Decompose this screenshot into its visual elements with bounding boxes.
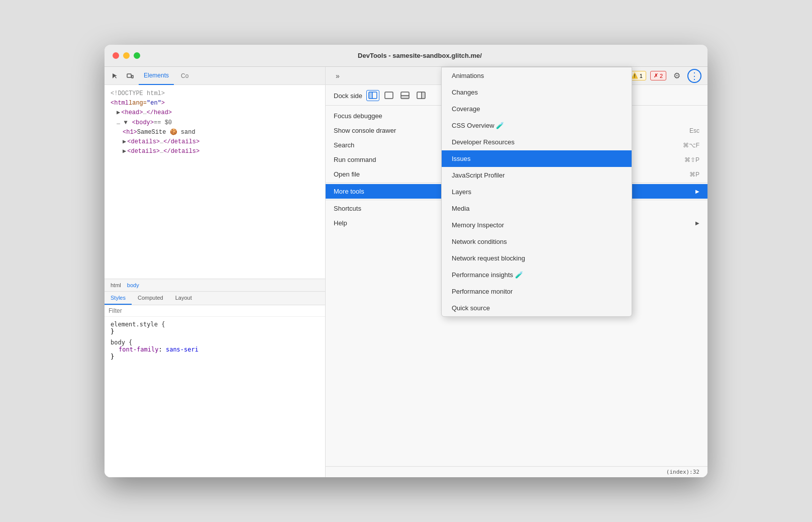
dock-bottom-button[interactable]: [398, 90, 412, 101]
dock-side-label: Dock side: [334, 92, 362, 100]
html-line-details2: ▶ <details>…</details>: [111, 147, 319, 156]
dropdown-animations[interactable]: Animations: [442, 67, 632, 84]
tab-layout[interactable]: Layout: [169, 292, 198, 305]
html-viewer: <!DOCTYPE html> <html lang="en"> ▶ <head…: [105, 85, 325, 279]
close-button[interactable]: [113, 52, 119, 59]
html-line-details1: ▶ <details>…</details>: [111, 137, 319, 147]
tab-computed[interactable]: Computed: [132, 292, 169, 305]
html-line-doctype: <!DOCTYPE html>: [111, 89, 319, 99]
html-line-h1: <h1>SameSite 🍪 sand: [111, 128, 319, 137]
more-tools-arrow: ▶: [695, 189, 699, 194]
tab-elements[interactable]: Elements: [139, 67, 174, 85]
warning-count: 1: [640, 73, 643, 79]
css-body-selector: body {: [111, 339, 319, 346]
breadcrumb-body[interactable]: body: [125, 281, 141, 289]
help-arrow: ▶: [695, 220, 699, 226]
dropdown-perf-insights[interactable]: Performance insights 🧪: [442, 267, 632, 283]
svg-rect-1: [132, 75, 133, 78]
filter-input[interactable]: [109, 307, 321, 314]
error-icon: ✗: [654, 72, 658, 79]
tabs-bar: Elements Co: [105, 67, 325, 85]
dropdown-perf-monitor[interactable]: Performance monitor: [442, 283, 632, 300]
dropdown-network-request-blocking[interactable]: Network request blocking: [442, 250, 632, 267]
html-line-html: <html lang="en">: [111, 99, 319, 108]
dock-undock-button[interactable]: [382, 90, 395, 101]
error-count: 2: [660, 73, 663, 79]
dropdown-changes[interactable]: Changes: [442, 84, 632, 101]
dropdown-js-profiler[interactable]: JavaScript Profiler: [442, 167, 632, 184]
window-title: DevTools - samesite-sandbox.glitch.me/: [140, 52, 699, 59]
html-line-head: ▶ <head>…</head>: [111, 108, 319, 118]
more-icon: ⋮: [690, 70, 699, 81]
css-selector: element.style {: [111, 321, 319, 328]
css-rule-body: body { font-family: sans-seri }: [111, 339, 319, 360]
minimize-button[interactable]: [123, 52, 130, 59]
svg-rect-11: [422, 92, 425, 99]
svg-rect-3: [369, 92, 372, 99]
maximize-button[interactable]: [134, 52, 140, 59]
dock-buttons: [366, 90, 428, 101]
css-close: }: [111, 328, 319, 335]
tab-styles[interactable]: Styles: [105, 292, 132, 305]
gear-icon: ⚙: [673, 71, 680, 80]
dock-right-button[interactable]: [415, 90, 428, 101]
devtools-window: DevTools - samesite-sandbox.glitch.me/: [105, 45, 707, 477]
svg-rect-5: [385, 92, 393, 99]
svg-rect-8: [401, 96, 409, 99]
more-tools-dropdown[interactable]: Animations Changes Coverage CSS Overview…: [441, 67, 632, 317]
dropdown-layers[interactable]: Layers: [442, 184, 632, 200]
html-line-body: … ▼ <body> == $0: [111, 118, 319, 128]
settings-button[interactable]: ⚙: [670, 69, 683, 82]
css-body-close: }: [111, 353, 319, 360]
dropdown-quick-source[interactable]: Quick source: [442, 300, 632, 316]
dropdown-coverage[interactable]: Coverage: [442, 101, 632, 117]
error-badge[interactable]: ✗ 2: [650, 71, 666, 80]
more-tabs-chevron[interactable]: »: [332, 70, 344, 82]
styles-tabs: Styles Computed Layout: [105, 292, 325, 305]
dropdown-network-conditions[interactable]: Network conditions: [442, 233, 632, 250]
styles-content: element.style { } body { font-family: sa…: [105, 317, 325, 477]
left-panel: Elements Co <!DOCTYPE html> <html lang="…: [105, 67, 326, 477]
svg-rect-0: [127, 74, 131, 77]
traffic-lights: [113, 52, 140, 59]
dropdown-media[interactable]: Media: [442, 200, 632, 217]
bottom-bar: (index):32: [326, 466, 707, 477]
dropdown-memory-inspector[interactable]: Memory Inspector: [442, 217, 632, 233]
dock-left-button[interactable]: [366, 90, 379, 101]
breadcrumb-html[interactable]: html: [109, 281, 123, 289]
breadcrumb: html body: [105, 279, 325, 292]
dropdown-issues[interactable]: Issues: [442, 150, 632, 167]
more-options-button[interactable]: ⋮: [687, 69, 701, 83]
css-rule-element: element.style { }: [111, 321, 319, 335]
css-font-family: font-family: sans-seri: [111, 346, 319, 353]
tab-co[interactable]: Co: [176, 67, 193, 85]
styles-panel: Styles Computed Layout element.style { }…: [105, 292, 325, 477]
select-element-icon[interactable]: [109, 69, 122, 82]
device-toggle-icon[interactable]: [124, 69, 137, 82]
bottom-text: (index):32: [666, 469, 699, 475]
dropdown-css-overview[interactable]: CSS Overview 🧪: [442, 117, 632, 134]
dropdown-developer-resources[interactable]: Developer Resources: [442, 134, 632, 150]
filter-bar: [105, 305, 325, 317]
titlebar: DevTools - samesite-sandbox.glitch.me/: [105, 45, 707, 67]
